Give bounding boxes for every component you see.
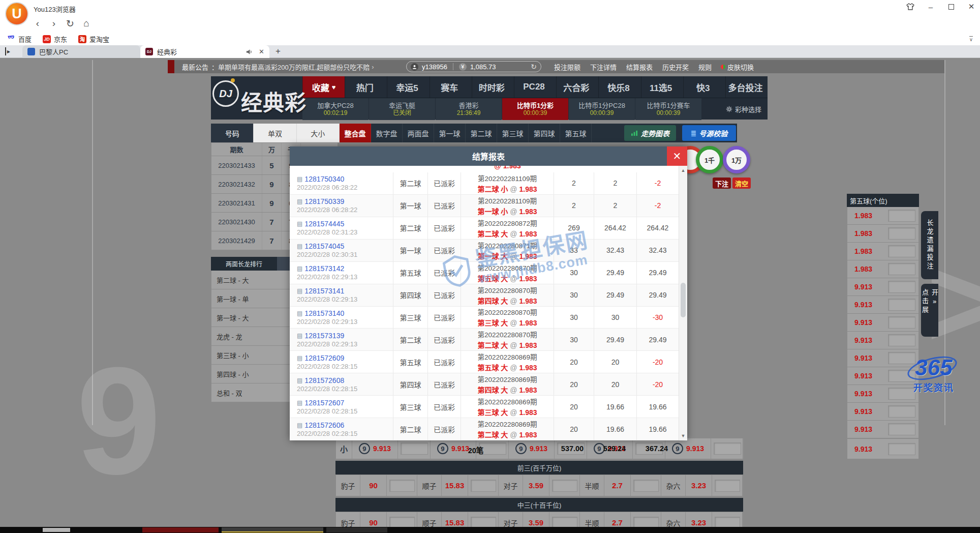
bet-amount-input[interactable] [888, 405, 915, 418]
bet-type-tab[interactable]: 第五球 [560, 124, 592, 142]
header-link[interactable]: 结算报表 [626, 62, 653, 72]
bet-id-link[interactable]: 1281574445 [304, 220, 344, 228]
taskbar-window-preview[interactable] [142, 527, 219, 532]
sidebar-tab-streak-miss[interactable]: 长龙遗漏投注 [921, 211, 938, 279]
bet-id-link[interactable]: 1281572609 [304, 354, 344, 362]
chip[interactable]: 1万 [723, 146, 750, 173]
main-nav-item[interactable]: 时时彩 [472, 76, 514, 98]
taskbar[interactable] [0, 527, 980, 533]
header-link[interactable]: 历史开奖 [662, 62, 689, 72]
main-nav-item[interactable]: 幸运5 [387, 76, 429, 98]
home-button[interactable]: ⌂ [80, 18, 93, 29]
back-button[interactable]: ‹ [32, 18, 44, 29]
game-tile[interactable]: 比特币1分PC28 00:00:39 [569, 98, 635, 120]
chip[interactable]: 1千 [696, 146, 723, 173]
bet-id-link[interactable]: 1281572607 [304, 399, 344, 407]
scroll-up-icon[interactable]: ▲ [679, 168, 687, 173]
close-icon[interactable]: ✕ [667, 146, 687, 166]
maximize-button[interactable] [946, 2, 956, 11]
tab-list-expander-icon[interactable]: ▸ [5, 47, 10, 55]
main-nav-item[interactable]: 赛车 [430, 76, 472, 98]
bet-id-link[interactable]: 1281572608 [304, 376, 344, 384]
taskbar-window-preview[interactable] [326, 527, 387, 532]
bet-amount-input[interactable] [888, 281, 915, 293]
streak-tab[interactable]: 两面长龙排行 [211, 257, 277, 271]
bet-amount-input[interactable] [888, 299, 915, 311]
bet-type-tab[interactable]: 第二球 [466, 124, 497, 142]
bet-type-tab[interactable]: 第四球 [529, 124, 560, 142]
bet-id-link[interactable]: 1281750340 [304, 175, 344, 183]
board-tab[interactable]: 大小 [297, 124, 340, 142]
bet-amount-input[interactable] [715, 480, 740, 492]
main-nav-item[interactable]: 热门 [345, 76, 387, 98]
skin-theme-icon[interactable] [906, 2, 915, 11]
bet-id-link[interactable]: 1281573139 [304, 332, 344, 340]
modal-scrollbar[interactable]: ▲ ▼ [679, 166, 687, 440]
bet-amount-input[interactable] [888, 334, 915, 346]
header-link[interactable]: 下注详情 [590, 62, 617, 72]
clear-bet-button[interactable]: 清空 [732, 177, 751, 189]
game-tile[interactable]: 加拿大PC28 00:02:19 [302, 98, 369, 120]
bet-amount-input[interactable] [633, 517, 659, 527]
taskbar-window-preview[interactable] [43, 528, 70, 532]
main-nav-item[interactable]: 六合彩 [556, 76, 598, 98]
board-tab[interactable]: 单双 [254, 124, 296, 142]
bet-amount-input[interactable] [471, 480, 496, 492]
skin-switch-link[interactable]: 皮肤切换 [721, 62, 754, 72]
taskbar-window-preview[interactable] [222, 527, 323, 532]
new-tab-button[interactable]: + [275, 46, 281, 56]
minimize-button[interactable]: – [926, 2, 935, 11]
announcement-arrow-icon[interactable]: › [372, 63, 374, 71]
bet-amount-input[interactable] [888, 227, 915, 240]
tab-close-icon[interactable]: ✕ [259, 48, 264, 55]
collapse-chevron-icon[interactable]: ∨ [969, 36, 973, 42]
bet-amount-input[interactable] [401, 442, 428, 455]
game-tile[interactable]: 比特币1分赛车 00:00:39 [635, 98, 701, 120]
game-tile[interactable]: 香港彩 21:36:49 [436, 98, 502, 120]
main-nav-item[interactable]: 11选5 [641, 76, 683, 98]
bet-amount-input[interactable] [471, 517, 496, 527]
bet-amount-input[interactable] [888, 443, 915, 455]
bookmark-item[interactable]: 爫 百度 [7, 34, 32, 44]
bet-id-link[interactable]: 1281750339 [304, 197, 344, 205]
bet-id-link[interactable]: 1281573142 [304, 264, 344, 273]
bet-type-tab[interactable]: 第三球 [497, 124, 529, 142]
bet-id-link[interactable]: 1281574045 [304, 242, 344, 250]
speaker-icon[interactable] [246, 49, 253, 55]
bet-amount-input[interactable] [552, 480, 577, 492]
browser-tab[interactable]: 巴黎人PC [22, 45, 140, 58]
bet-amount-input[interactable] [389, 517, 415, 527]
lottery-select-button[interactable]: 彩种选择 [726, 98, 761, 120]
browser-tab-active[interactable]: DJ 经典彩 ✕ [140, 45, 269, 58]
bet-amount-input[interactable] [552, 517, 577, 527]
main-nav-item[interactable]: 多台投注 [725, 76, 768, 98]
header-link[interactable]: 规则 [698, 62, 712, 72]
bet-amount-input[interactable] [888, 263, 915, 275]
bet-amount-input[interactable] [714, 442, 741, 455]
main-nav-item[interactable]: 快3 [683, 76, 725, 98]
bet-id-link[interactable]: 1281572606 [304, 421, 344, 429]
scrollbar-thumb[interactable] [681, 283, 686, 317]
bet-amount-input[interactable] [715, 517, 740, 527]
forward-button[interactable]: › [48, 18, 60, 29]
sidebar-tab-expand[interactable]: 点击展开» [921, 284, 938, 337]
bet-amount-input[interactable] [888, 423, 915, 435]
bet-type-tab[interactable]: 数字盘 [371, 124, 403, 142]
place-bet-button[interactable]: 下注 [713, 177, 731, 189]
close-window-button[interactable]: ✕ [967, 2, 976, 11]
bet-id-link[interactable]: 1281573141 [304, 287, 344, 295]
bet-amount-input[interactable] [633, 480, 659, 492]
header-link[interactable]: 投注限额 [554, 62, 580, 72]
reload-button[interactable]: ↻ [64, 18, 76, 29]
bet-type-tab[interactable]: 第一球 [434, 124, 466, 142]
bet-type-tab[interactable]: 两面盘 [403, 124, 434, 142]
refresh-balance-icon[interactable]: ↻ [531, 63, 537, 71]
bet-amount-input[interactable] [888, 210, 915, 222]
bet-amount-input[interactable] [888, 316, 915, 329]
window-titlebar[interactable]: You123浏览器 – ✕ [0, 0, 980, 15]
bookmark-item[interactable]: JD 京东 [43, 34, 67, 44]
bet-type-tab[interactable]: 整合盘 [340, 124, 371, 142]
trend-chart-button[interactable]: 走势图表 [624, 125, 676, 141]
scroll-down-icon[interactable]: ▼ [679, 433, 687, 438]
bookmark-item[interactable]: 淘 爱淘宝 [78, 34, 109, 44]
